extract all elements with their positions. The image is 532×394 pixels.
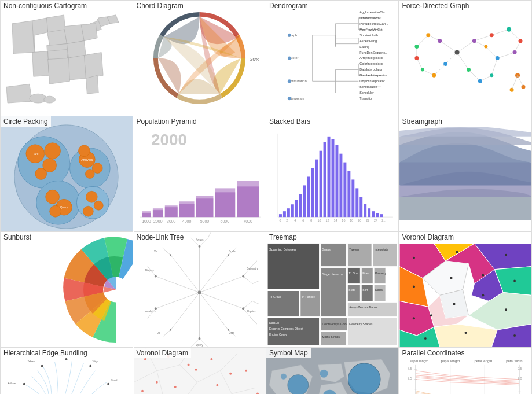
svg-text:Stage Hierarchy: Stage Hierarchy xyxy=(322,273,343,276)
svg-point-120 xyxy=(35,168,47,180)
title-hedgebundling: Hierarchical Edge Bundling xyxy=(1,348,90,358)
svg-text:MaxFlowMinCut: MaxFlowMinCut xyxy=(359,28,383,31)
svg-text:24: 24 xyxy=(374,219,377,222)
svg-point-314 xyxy=(505,254,507,256)
svg-rect-186 xyxy=(376,213,379,217)
svg-rect-166 xyxy=(295,200,298,217)
svg-point-328 xyxy=(65,358,68,360)
svg-text:5000: 5000 xyxy=(200,219,209,223)
cell-cartogram[interactable]: Non-contiguous Cartogram xyxy=(1,1,133,116)
cell-pyramid[interactable]: Population Pyramid 2000 xyxy=(134,116,266,232)
sunburst-svg xyxy=(1,232,133,347)
svg-rect-180 xyxy=(351,179,354,217)
svg-point-90 xyxy=(472,39,476,43)
cell-circlepack[interactable]: Circle Packing xyxy=(1,116,133,232)
cell-voronoi2[interactable]: Voronoi Diagram xyxy=(134,348,266,394)
svg-text:...: ... xyxy=(408,386,410,390)
svg-rect-172 xyxy=(320,151,322,217)
cell-forcegraph[interactable]: Force-Directed Graph xyxy=(399,1,532,116)
svg-point-390 xyxy=(141,390,144,392)
svg-marker-5 xyxy=(64,25,85,44)
svg-text:DifferentialPriv...: DifferentialPriv... xyxy=(359,16,383,20)
svg-marker-11 xyxy=(47,15,65,32)
svg-text:Transition: Transition xyxy=(359,97,373,100)
svg-point-330 xyxy=(107,383,109,385)
svg-point-426 xyxy=(320,370,328,378)
svg-rect-293 xyxy=(347,318,397,345)
svg-point-428 xyxy=(281,374,287,380)
svg-point-48 xyxy=(288,57,291,60)
svg-point-394 xyxy=(216,384,218,386)
svg-text:20: 20 xyxy=(358,219,361,222)
svg-point-103 xyxy=(490,73,493,77)
cell-parallelcoords[interactable]: Parallel Coordinates sepal length pepal … xyxy=(399,348,532,394)
cell-symbolmap[interactable]: Symbol Map xyxy=(266,348,399,394)
svg-rect-275 xyxy=(361,285,373,301)
svg-text:Query: Query xyxy=(196,344,203,347)
svg-rect-150 xyxy=(215,192,235,217)
svg-rect-261 xyxy=(347,244,372,267)
svg-text:8.5: 8.5 xyxy=(408,367,412,370)
title-treemap: Treemap xyxy=(266,232,300,242)
svg-point-241 xyxy=(154,275,156,278)
svg-point-130 xyxy=(94,201,103,210)
svg-point-329 xyxy=(89,365,91,367)
cell-dendrogram[interactable]: Dendrogram xyxy=(266,1,399,116)
svg-point-94 xyxy=(484,45,487,49)
svg-text:Vis: Vis xyxy=(153,250,157,253)
svg-point-92 xyxy=(466,68,470,72)
svg-text:ShortestPath...: ShortestPath... xyxy=(359,34,381,37)
cell-sunburst[interactable]: Sunburst xyxy=(1,232,133,348)
svg-point-318 xyxy=(513,280,516,282)
svg-point-235 xyxy=(197,290,201,294)
title-cartogram: Non-contiguous Cartogram xyxy=(1,1,90,11)
svg-rect-147 xyxy=(164,207,177,217)
stackedbars-svg: 0 2 4 6 8 10 12 14 16 18 20 22 24 2... xyxy=(266,116,398,231)
title-circlepack: Circle Packing xyxy=(1,116,51,127)
title-forcegraph: Force-Directed Graph xyxy=(399,1,472,11)
svg-point-388 xyxy=(229,373,232,375)
svg-point-105 xyxy=(426,33,430,37)
svg-point-422 xyxy=(288,375,309,394)
svg-text:To-Growl: To-Growl xyxy=(269,296,281,299)
visualization-grid: Non-contiguous Cartogram xyxy=(0,0,532,394)
svg-marker-18 xyxy=(6,84,32,103)
cell-streamgraph[interactable]: Streamgraph xyxy=(399,116,532,232)
cell-stackedbars[interactable]: Stacked Bars xyxy=(266,116,399,232)
svg-point-338 xyxy=(23,383,25,385)
svg-point-102 xyxy=(478,79,482,83)
svg-text:NumberInterpolator: NumberInterpolator xyxy=(359,73,387,77)
svg-point-50 xyxy=(288,79,291,83)
svg-text:DateInterpolator: DateInterpolator xyxy=(359,68,382,71)
svg-text:ObjectInterpolator: ObjectInterpolator xyxy=(359,79,385,83)
nodelinktree-svg: Arrays Geometry Physics Query Analytics … xyxy=(134,232,266,347)
svg-text:Util: Util xyxy=(156,332,160,334)
svg-point-317 xyxy=(482,274,484,277)
svg-text:18: 18 xyxy=(350,219,353,222)
svg-text:Interpolate: Interpolate xyxy=(375,248,388,251)
svg-text:6000: 6000 xyxy=(220,219,229,223)
svg-rect-173 xyxy=(324,142,326,217)
svg-point-49 xyxy=(288,34,291,37)
svg-rect-181 xyxy=(355,188,358,217)
svg-rect-259 xyxy=(321,244,347,267)
svg-point-316 xyxy=(450,277,452,279)
svg-text:14: 14 xyxy=(333,219,337,222)
svg-text:PortugiesnessCan...: PortugiesnessCan... xyxy=(359,22,388,25)
cell-hedgebundling[interactable]: Hierarchical Edge Bundling xyxy=(1,348,133,394)
svg-text:Schedulable: Schedulable xyxy=(359,85,377,89)
svg-text:Spanning Between: Spanning Between xyxy=(269,248,296,251)
svg-point-324 xyxy=(464,332,467,334)
svg-rect-291 xyxy=(347,302,397,316)
svg-text:8: 8 xyxy=(310,219,312,222)
cell-voronoi1[interactable]: Voronoi Diagram xyxy=(399,232,532,348)
svg-point-96 xyxy=(518,39,522,43)
cell-chord[interactable]: Chord Diagram xyxy=(134,1,266,116)
cell-treemap[interactable]: Treemap Spanning Between Snaps Tweens In… xyxy=(266,232,399,348)
svg-text:4000: 4000 xyxy=(182,219,191,223)
cell-nodelinktree[interactable]: Node-Link Tree xyxy=(134,232,266,348)
svg-point-98 xyxy=(512,50,516,54)
svg-text:Property: Property xyxy=(375,272,386,275)
svg-point-101 xyxy=(414,56,419,60)
svg-text:DataUrl: DataUrl xyxy=(269,322,279,325)
